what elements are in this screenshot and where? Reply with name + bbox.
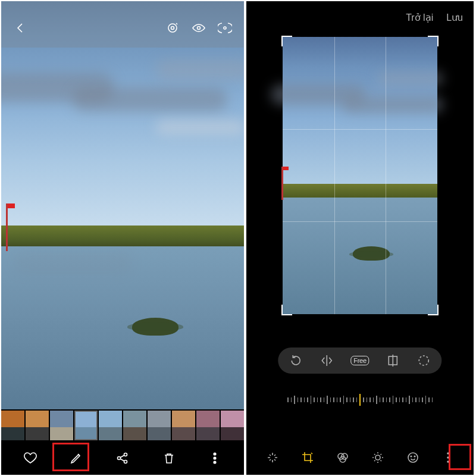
- thumbnail[interactable]: [172, 411, 195, 440]
- rotate-icon[interactable]: [289, 353, 303, 368]
- svg-point-18: [414, 456, 415, 457]
- thumbnail[interactable]: [196, 411, 220, 440]
- perspective-icon[interactable]: [386, 353, 400, 368]
- svg-point-8: [214, 457, 216, 459]
- free-ratio-button[interactable]: Free: [350, 356, 369, 365]
- share-icon[interactable]: [115, 451, 130, 465]
- eye-icon[interactable]: [192, 21, 206, 35]
- svg-point-16: [408, 453, 418, 462]
- viewer-bottombar: [1, 441, 244, 475]
- crop-icon[interactable]: [300, 450, 315, 465]
- more-vertical-icon[interactable]: [441, 450, 455, 465]
- thumbnail[interactable]: [148, 411, 171, 440]
- save-button[interactable]: Lưu: [446, 12, 463, 23]
- crop-handle-bl[interactable]: [281, 305, 292, 315]
- thumbnail[interactable]: [26, 411, 49, 440]
- emoji-icon[interactable]: [406, 450, 420, 465]
- svg-point-19: [447, 452, 449, 455]
- thumbnail[interactable]: [74, 411, 98, 440]
- photo-main[interactable]: [1, 1, 244, 409]
- crop-handle-tr[interactable]: [428, 36, 439, 46]
- trash-icon[interactable]: [162, 451, 176, 465]
- cast-icon[interactable]: [218, 21, 232, 35]
- photo-editor-screen: Trở lại Lưu Free: [246, 1, 474, 475]
- rotation-ruler[interactable]: [246, 388, 474, 412]
- crop-tool-pill: Free: [278, 347, 441, 374]
- edit-pencil-icon[interactable]: [69, 451, 83, 465]
- svg-point-1: [171, 27, 174, 30]
- thumbnail[interactable]: [99, 411, 122, 440]
- filters-icon[interactable]: [336, 450, 350, 465]
- crop-canvas[interactable]: [283, 37, 437, 314]
- thumbnail[interactable]: [123, 411, 146, 440]
- svg-point-21: [447, 461, 449, 463]
- svg-point-15: [375, 455, 380, 460]
- autoenhance-icon[interactable]: [265, 450, 280, 465]
- more-vertical-icon[interactable]: [208, 451, 222, 465]
- back-button[interactable]: Trở lại: [406, 12, 433, 23]
- viewer-topbar: [1, 1, 244, 48]
- crop-handle-tl[interactable]: [281, 36, 292, 46]
- back-icon[interactable]: [13, 21, 27, 35]
- flip-icon[interactable]: [320, 353, 334, 368]
- thumbnail[interactable]: [50, 411, 73, 440]
- crop-handle-br[interactable]: [428, 305, 439, 315]
- thumbnail[interactable]: [221, 411, 244, 440]
- thumbnail-strip[interactable]: [1, 409, 244, 441]
- editor-bottombar: [246, 440, 474, 475]
- brightness-icon[interactable]: [371, 450, 385, 465]
- svg-point-3: [224, 27, 226, 29]
- editor-topbar: Trở lại Lưu: [406, 12, 463, 23]
- svg-point-11: [419, 356, 429, 365]
- svg-point-9: [214, 461, 216, 464]
- svg-point-20: [447, 456, 449, 459]
- photo-viewer-screen: [1, 1, 244, 475]
- thumbnail[interactable]: [1, 411, 24, 440]
- svg-point-0: [168, 24, 177, 32]
- svg-point-2: [198, 27, 201, 30]
- bixby-vision-icon[interactable]: [165, 21, 180, 35]
- svg-point-17: [411, 456, 412, 457]
- heart-icon[interactable]: [23, 451, 37, 465]
- circle-select-icon[interactable]: [417, 353, 431, 368]
- svg-point-7: [214, 453, 216, 455]
